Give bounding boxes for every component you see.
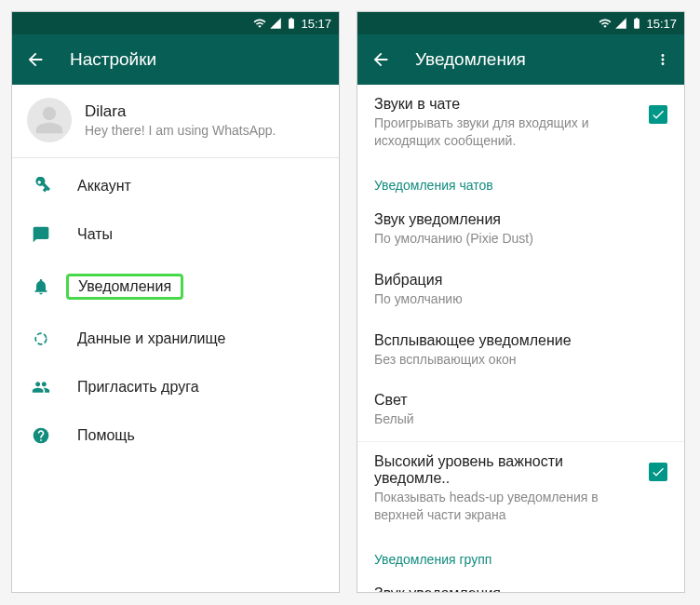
app-bar: Уведомления [357, 34, 684, 85]
pref-title: Вибрация [374, 272, 667, 289]
status-bar: 15:17 [12, 12, 339, 34]
signal-icon [614, 17, 627, 30]
settings-screen: 15:17 Настройки Dilara Hey there! I am u… [11, 11, 340, 593]
clock: 15:17 [301, 17, 331, 31]
pref-title: Звук уведомления [374, 585, 667, 592]
app-bar: Настройки [12, 34, 339, 85]
pref-sub: По умолчанию [374, 290, 667, 308]
wifi-icon [599, 17, 612, 30]
bell-icon [31, 277, 51, 296]
people-icon [31, 378, 51, 397]
help-icon [31, 426, 51, 445]
more-icon[interactable] [654, 49, 671, 70]
notifications-screen: 15:17 Уведомления Звуки в чате Проигрыва… [357, 11, 685, 593]
pref-high-priority[interactable]: Высокий уровень важности уведомле.. Пока… [357, 442, 684, 537]
highlighted-item: Уведомления [66, 274, 183, 300]
pref-title: Высокий уровень важности уведомле.. [374, 453, 639, 487]
section-groups: Уведомления групп [357, 537, 684, 574]
menu-label: Чаты [77, 226, 113, 243]
menu-label: Аккаунт [77, 178, 131, 195]
profile-status: Hey there! I am using WhatsApp. [85, 123, 276, 138]
pref-sub: Без всплывающих окон [374, 351, 667, 369]
menu-label: Данные и хранилище [77, 330, 225, 347]
pref-sub: Белый [374, 410, 667, 428]
profile-row[interactable]: Dilara Hey there! I am using WhatsApp. [12, 85, 339, 157]
checkbox-checked[interactable] [649, 463, 667, 481]
menu-account[interactable]: Аккаунт [12, 162, 339, 210]
key-icon [31, 177, 51, 195]
section-chats: Уведомления чатов [357, 163, 684, 200]
pref-conversation-sounds[interactable]: Звуки в чате Проигрывать звуки для входя… [357, 85, 684, 163]
battery-icon [630, 17, 643, 30]
pref-group-tone[interactable]: Звук уведомления По умолчанию (Pixie Dus… [357, 574, 684, 592]
menu-notifications[interactable]: Уведомления [12, 259, 339, 315]
back-icon[interactable] [370, 49, 391, 70]
data-icon [31, 329, 51, 348]
settings-content: Dilara Hey there! I am using WhatsApp. А… [12, 85, 339, 592]
pref-chat-popup[interactable]: Всплывающее уведомление Без всплывающих … [357, 321, 684, 382]
pref-title: Всплывающее уведомление [374, 332, 667, 349]
battery-icon [285, 17, 298, 30]
menu-data-storage[interactable]: Данные и хранилище [12, 315, 339, 363]
menu-label: Уведомления [78, 278, 171, 294]
pref-chat-tone[interactable]: Звук уведомления По умолчанию (Pixie Dus… [357, 200, 684, 261]
pref-sub: Проигрывать звуки для входящих и исходящ… [374, 114, 639, 150]
pref-title: Звук уведомления [374, 211, 667, 228]
back-icon[interactable] [25, 49, 46, 70]
menu-help[interactable]: Помощь [12, 411, 339, 460]
pref-title: Звуки в чате [374, 96, 639, 113]
pref-sub: Показывать heads-up уведомления в верхне… [374, 489, 639, 524]
pref-chat-vibrate[interactable]: Вибрация По умолчанию [357, 261, 684, 321]
chat-icon [31, 225, 51, 244]
pref-chat-light[interactable]: Свет Белый [357, 381, 684, 441]
pref-sub: По умолчанию (Pixie Dust) [374, 230, 667, 248]
profile-name: Dilara [85, 102, 276, 121]
wifi-icon [253, 17, 266, 30]
clock: 15:17 [646, 17, 677, 31]
menu-invite[interactable]: Пригласить друга [12, 363, 339, 411]
avatar [27, 98, 72, 142]
checkbox-checked[interactable] [649, 105, 667, 124]
divider [12, 157, 339, 158]
page-title: Уведомления [415, 49, 630, 70]
menu-chats[interactable]: Чаты [12, 210, 339, 259]
page-title: Настройки [70, 49, 326, 70]
menu-label: Помощь [77, 427, 135, 444]
svg-point-0 [35, 333, 47, 344]
notifications-content: Звуки в чате Проигрывать звуки для входя… [357, 85, 684, 592]
status-bar: 15:17 [357, 12, 684, 34]
pref-title: Свет [374, 392, 667, 409]
menu-label: Пригласить друга [77, 379, 199, 396]
signal-icon [269, 17, 282, 30]
